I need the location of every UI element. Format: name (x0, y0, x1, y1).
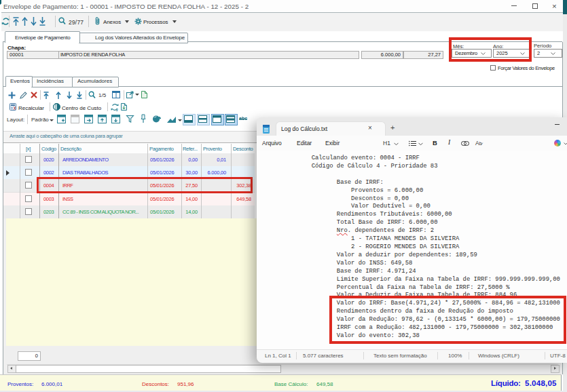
svg-text:2: 2 (116, 108, 118, 111)
